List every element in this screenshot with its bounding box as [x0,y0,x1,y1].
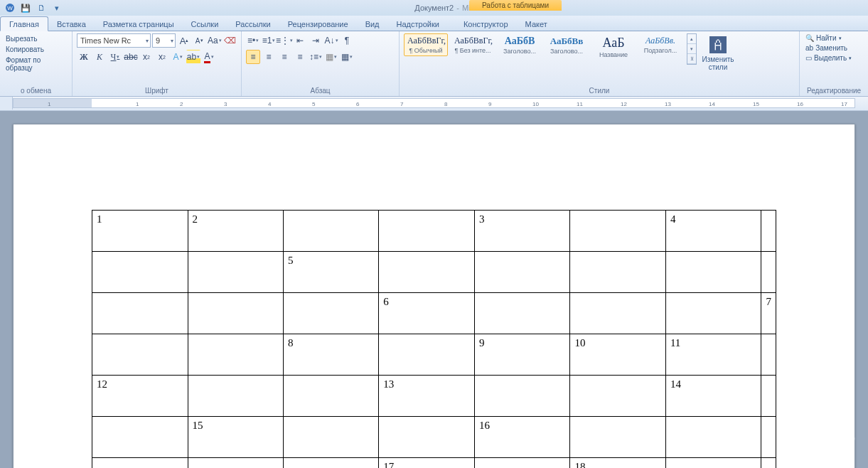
shading-icon[interactable]: ▦ [324,50,338,64]
indent-icon[interactable]: ⇥ [309,33,323,48]
multilevel-icon[interactable]: ≡⋮ [277,33,291,48]
table-cell[interactable] [92,417,188,458]
cut-button[interactable]: Вырезать [4,34,68,43]
table-cell[interactable] [474,252,570,293]
tab-insert[interactable]: Вставка [48,17,95,31]
tab-review[interactable]: Рецензирование [279,17,357,31]
table-cell[interactable] [92,458,188,469]
table-cell[interactable] [474,376,570,417]
borders-icon[interactable]: ▦ [340,50,354,64]
table-cell[interactable] [284,417,379,458]
show-marks-icon[interactable]: ¶ [340,33,354,48]
tab-references[interactable]: Ссылки [183,17,227,31]
numbering-icon[interactable]: ≡1 [262,33,276,48]
select-button[interactable]: ▭Выделить▾ [804,53,853,63]
qa-dropdown-icon[interactable]: ▾ [50,1,64,14]
table-cell[interactable]: 6 [379,293,475,334]
table-cell[interactable] [761,458,776,469]
table-cell[interactable]: 18 [570,458,666,469]
table-cell[interactable]: 5 [284,252,379,293]
document-table[interactable]: 123456789101112131415161718 [92,210,776,468]
table-cell[interactable] [665,293,761,334]
style-heading1[interactable]: АаБбВ Заголово... [498,33,542,57]
word-icon[interactable]: W [3,1,17,14]
new-doc-icon[interactable]: 🗋 [34,1,48,14]
table-cell[interactable] [188,376,284,417]
font-name-combo[interactable]: Times New Rc [77,33,151,48]
table-cell[interactable] [761,252,776,293]
table-cell[interactable] [474,458,570,469]
align-center-icon[interactable]: ≡ [262,50,276,64]
table-cell[interactable] [665,252,761,293]
style-heading2[interactable]: АаБбВв Заголово... [545,33,589,57]
tab-view[interactable]: Вид [357,17,388,31]
table-cell[interactable] [379,252,475,293]
strikethrough-button[interactable]: abc [124,50,138,64]
tab-addins[interactable]: Надстройки [388,17,448,31]
table-cell[interactable]: 15 [188,417,284,458]
table-cell[interactable]: 1 [92,211,188,252]
replace-button[interactable]: abЗаменить [804,43,853,53]
sort-icon[interactable]: A↓ [324,33,338,48]
table-cell[interactable] [665,458,761,469]
table-cell[interactable] [761,376,776,417]
justify-icon[interactable]: ≡ [293,50,307,64]
table-cell[interactable] [570,252,666,293]
table-cell[interactable] [570,376,666,417]
tab-page-layout[interactable]: Разметка страницы [95,17,183,31]
table-cell[interactable]: 13 [379,376,475,417]
table-cell[interactable] [188,458,284,469]
table-cell[interactable] [761,211,776,252]
table-cell[interactable]: 16 [474,417,570,458]
table-cell[interactable] [284,293,379,334]
find-button[interactable]: 🔍Найти▾ [804,33,853,43]
outdent-icon[interactable]: ⇤ [293,33,307,48]
table-cell[interactable] [665,417,761,458]
subscript-button[interactable]: x2 [139,50,154,64]
align-left-icon[interactable]: ≡ [246,50,260,64]
tab-layout[interactable]: Макет [517,17,556,31]
style-subtitle[interactable]: АаБбВв. Подзагол... [638,33,682,56]
table-cell[interactable]: 9 [474,334,570,376]
table-cell[interactable]: 4 [665,211,761,252]
table-cell[interactable] [188,293,284,334]
table-cell[interactable] [761,417,776,458]
bullets-icon[interactable]: ≡• [246,33,260,48]
font-size-combo[interactable]: 9 [152,33,176,48]
table-cell[interactable] [570,293,666,334]
style-normal[interactable]: АаБбВвГг, ¶ Обычный [404,33,448,56]
styles-up-icon[interactable]: ▴ [687,34,696,44]
clear-formatting-icon[interactable]: ⌫ [223,33,237,48]
styles-more-icon[interactable]: ⊻ [687,54,696,64]
format-painter-button[interactable]: Формат по образцу [4,55,68,73]
table-cell[interactable]: 17 [379,458,475,469]
table-cell[interactable] [379,211,475,252]
align-right-icon[interactable]: ≡ [277,50,291,64]
underline-button[interactable]: Ч [108,50,122,64]
copy-button[interactable]: Копировать [4,45,68,54]
table-cell[interactable] [284,376,379,417]
table-cell[interactable]: 14 [665,376,761,417]
table-cell[interactable]: 3 [474,211,570,252]
table-cell[interactable] [379,417,475,458]
table-cell[interactable] [92,252,188,293]
table-cell[interactable] [92,293,188,334]
style-title[interactable]: АаБ Название [591,33,636,60]
line-spacing-icon[interactable]: ↕≡ [309,50,323,64]
table-cell[interactable]: 8 [284,334,379,376]
horizontal-ruler[interactable]: 11234567891011121314151617 [0,97,868,111]
shrink-font-icon[interactable]: A▾ [193,33,206,48]
table-cell[interactable] [92,334,188,376]
styles-down-icon[interactable]: ▾ [687,44,696,54]
tab-mailings[interactable]: Рассылки [227,17,279,31]
text-effects-icon[interactable]: A [171,50,185,64]
tab-design[interactable]: Конструктор [455,17,517,31]
italic-button[interactable]: К [92,50,107,64]
font-color-icon[interactable]: A [202,50,216,64]
change-case-icon[interactable]: Aa [208,33,222,48]
table-cell[interactable] [188,252,284,293]
grow-font-icon[interactable]: A▴ [177,33,191,48]
table-cell[interactable] [761,334,776,376]
table-cell[interactable] [284,458,379,469]
table-cell[interactable] [188,334,284,376]
